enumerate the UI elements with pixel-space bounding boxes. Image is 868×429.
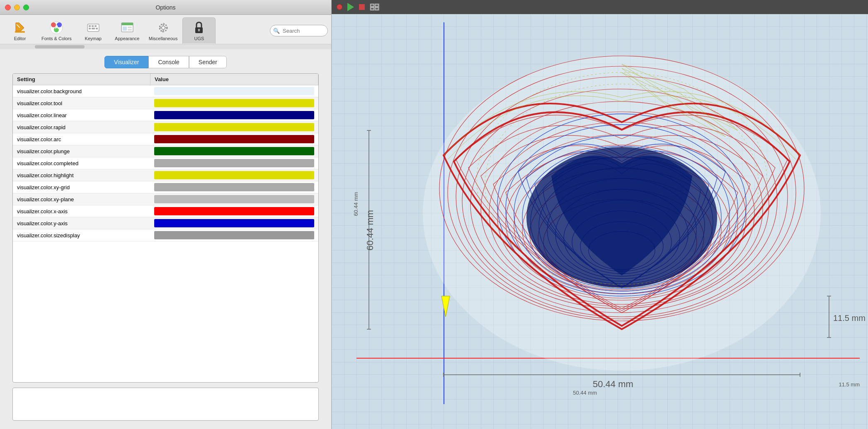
- tab-sender[interactable]: Sender: [189, 56, 227, 68]
- setting-value[interactable]: [150, 229, 318, 241]
- svg-point-24: [162, 27, 165, 29]
- search-input[interactable]: [270, 25, 328, 36]
- setting-name: visualizer.color.background: [13, 85, 150, 97]
- setting-name: visualizer.color.tool: [13, 97, 150, 109]
- svg-rect-14: [96, 28, 98, 29]
- toolbar-item-fonts-colors[interactable]: A Fonts & Colors: [37, 18, 76, 43]
- toolbar-item-appearance[interactable]: Appearance: [111, 18, 144, 43]
- col-header-value: Value: [150, 74, 318, 85]
- setting-name: visualizer.color.rapid: [13, 121, 150, 133]
- color-swatch[interactable]: [154, 207, 314, 215]
- toolbar-item-miscellaneous[interactable]: Miscellaneous: [145, 18, 182, 43]
- visualizer-topbar: [332, 0, 868, 14]
- svg-rect-11: [95, 25, 97, 27]
- color-swatch[interactable]: [154, 135, 314, 143]
- color-swatch[interactable]: [154, 111, 314, 119]
- setting-value[interactable]: [150, 217, 318, 229]
- setting-name: visualizer.color.arc: [13, 133, 150, 145]
- svg-rect-19: [128, 29, 132, 31]
- visualizer-canvas: 60.44 mm 50.44 mm 11.5 mm 60.44 mm 50.44…: [332, 14, 868, 429]
- table-row[interactable]: visualizer.color.sizedisplay: [13, 229, 318, 241]
- color-swatch[interactable]: [154, 231, 314, 239]
- setting-value[interactable]: [150, 205, 318, 217]
- vis-stop-indicator: [337, 4, 342, 10]
- svg-marker-80: [441, 296, 450, 317]
- color-swatch[interactable]: [154, 147, 314, 155]
- toolbar-item-keymap-label: Keymap: [85, 36, 102, 41]
- svg-rect-34: [371, 4, 374, 7]
- setting-value[interactable]: [150, 193, 318, 205]
- setting-value[interactable]: [150, 97, 318, 109]
- tab-visualizer[interactable]: Visualizer: [104, 56, 148, 68]
- toolbar-item-ugs[interactable]: UGS: [182, 17, 216, 44]
- setting-name: visualizer.color.x-axis: [13, 205, 150, 217]
- color-swatch[interactable]: [154, 183, 314, 191]
- table-row[interactable]: visualizer.color.plunge: [13, 145, 318, 157]
- dim-label-bottom: 50.44 mm: [573, 390, 597, 396]
- svg-rect-13: [92, 28, 95, 29]
- tab-console[interactable]: Console: [148, 56, 189, 68]
- setting-value[interactable]: [150, 109, 318, 121]
- title-bar: Options: [0, 0, 331, 15]
- close-button[interactable]: [5, 5, 11, 10]
- setting-name: visualizer.color.sizedisplay: [13, 229, 150, 241]
- svg-text:50.44 mm: 50.44 mm: [593, 379, 633, 389]
- setting-name: visualizer.color.plunge: [13, 145, 150, 157]
- color-swatch[interactable]: [154, 195, 314, 203]
- setting-value[interactable]: [150, 157, 318, 169]
- toolbar-scrollbar[interactable]: [35, 45, 85, 48]
- miscellaneous-icon: [156, 20, 171, 35]
- setting-value[interactable]: [150, 169, 318, 181]
- setting-name: visualizer.color.xy-plane: [13, 193, 150, 205]
- table-row[interactable]: visualizer.color.arc: [13, 133, 318, 145]
- table-row[interactable]: visualizer.color.tool: [13, 97, 318, 109]
- setting-value[interactable]: [150, 133, 318, 145]
- description-panel: [12, 388, 319, 421]
- svg-rect-12: [89, 28, 91, 29]
- color-swatch[interactable]: [154, 219, 314, 227]
- table-row[interactable]: visualizer.color.rapid: [13, 121, 318, 133]
- editor-icon: [12, 20, 27, 35]
- table-row[interactable]: visualizer.color.xy-plane: [13, 193, 318, 205]
- setting-name: visualizer.color.y-axis: [13, 217, 150, 229]
- vis-stop-button[interactable]: [359, 4, 365, 10]
- color-swatch[interactable]: [154, 159, 314, 167]
- options-window: Options Editor: [0, 0, 332, 429]
- svg-rect-18: [128, 27, 132, 28]
- dim-label-right: 11.5 mm: [839, 381, 860, 388]
- setting-value[interactable]: [150, 85, 318, 97]
- vis-play-button[interactable]: [347, 3, 354, 11]
- setting-value[interactable]: [150, 145, 318, 157]
- table-row[interactable]: visualizer.color.background: [13, 85, 318, 97]
- maximize-button[interactable]: [23, 5, 29, 10]
- table-row[interactable]: visualizer.color.completed: [13, 157, 318, 169]
- toolbar-item-editor[interactable]: Editor: [3, 18, 36, 43]
- color-swatch[interactable]: [154, 87, 314, 95]
- visualizer-panel: 60.44 mm 50.44 mm 11.5 mm 60.44 mm 50.44…: [332, 0, 868, 429]
- svg-marker-1: [16, 23, 24, 31]
- svg-rect-27: [160, 27, 162, 29]
- svg-rect-0: [15, 31, 25, 33]
- vis-grid-button[interactable]: [370, 3, 380, 11]
- table-row[interactable]: visualizer.color.linear: [13, 109, 318, 121]
- tab-bar: Visualizer Console Sender: [0, 49, 331, 73]
- svg-text:11.5 mm: 11.5 mm: [833, 313, 866, 323]
- setting-name: visualizer.color.linear: [13, 109, 150, 121]
- toolbar-scroll: [0, 44, 331, 49]
- setting-value[interactable]: [150, 121, 318, 133]
- settings-table-wrapper: Setting Value visualizer.color.backgroun…: [12, 73, 319, 383]
- table-row[interactable]: visualizer.color.y-axis: [13, 217, 318, 229]
- color-swatch[interactable]: [154, 99, 314, 107]
- setting-value[interactable]: [150, 181, 318, 193]
- table-row[interactable]: visualizer.color.highlight: [13, 169, 318, 181]
- svg-rect-16: [121, 23, 133, 25]
- toolbar-search: 🔍: [270, 25, 328, 36]
- table-row[interactable]: visualizer.color.xy-grid: [13, 181, 318, 193]
- toolbar-item-keymap[interactable]: Keymap: [77, 18, 110, 43]
- minimize-button[interactable]: [14, 5, 20, 10]
- window-title: Options: [155, 4, 175, 11]
- table-row[interactable]: visualizer.color.x-axis: [13, 205, 318, 217]
- color-swatch[interactable]: [154, 123, 314, 131]
- svg-rect-17: [123, 27, 127, 31]
- color-swatch[interactable]: [154, 171, 314, 179]
